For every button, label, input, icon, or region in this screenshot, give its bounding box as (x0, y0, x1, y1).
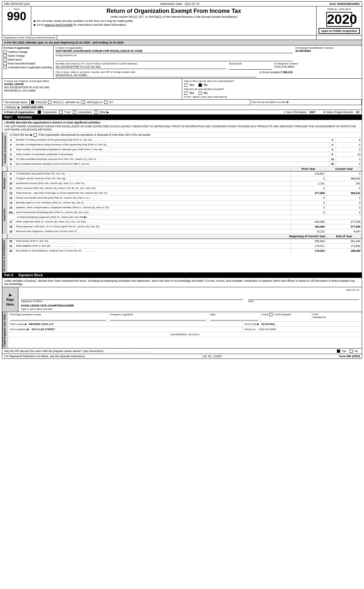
line10-row: 10 Investment income (Part VIII, column … (7, 181, 362, 186)
line9-cur: 385,834 (326, 176, 362, 181)
firm-ein-value: 39-0974031 (261, 323, 275, 326)
k-association-opt: Association (73, 111, 92, 114)
line9-prior: 0 (291, 176, 326, 181)
line19-prior: 73,212 (291, 229, 326, 234)
principal-city: WAKEFIELD, MA 01880 (4, 89, 180, 92)
firm-phone-value: (703) 519-0990 (258, 328, 276, 331)
k-other-label: Other ▶ (99, 111, 109, 114)
m-label: M State of legal domicile: (323, 111, 354, 114)
line2-row: 2 Check this box ▶ if the organization d… (7, 133, 362, 138)
phone-value: (781) 876-8833 (274, 65, 360, 68)
k-association-label: Association (78, 111, 92, 114)
line14-cur: 0 (326, 201, 362, 205)
initial-return-checkbox[interactable] (4, 58, 7, 61)
line17-prior: 404,596 (291, 220, 326, 224)
net-assets-col-header: Beginning of Current Year End of Year (2, 234, 362, 239)
room-suite-value (229, 65, 272, 70)
line19-cur: 8,947 (326, 229, 362, 234)
haa-yes-checkbox[interactable] (184, 83, 187, 87)
org-section: B Check if applicable: Address change Na… (2, 45, 362, 79)
preparer-date-col: Date (208, 312, 261, 321)
k-association-checkbox[interactable] (73, 111, 76, 114)
line22-row: 22 Net assets or fund balances. Subtract… (7, 249, 362, 253)
line16a-desc: 16a Professional fundraising fees (Part … (15, 210, 291, 215)
footer-yes-checkbox[interactable] (337, 349, 340, 353)
hab-checkboxes: Yes No (184, 91, 360, 95)
line4-val: 6 (336, 142, 362, 147)
tax-501c3-checkbox[interactable] (31, 101, 34, 104)
tax-527-opt: 527 (104, 101, 113, 104)
line3-linenum: 3 (329, 138, 336, 142)
net-assets-section: Net Assets or Fund Balances 20 Total ass… (2, 239, 362, 273)
amended-return-checkbox[interactable] (4, 66, 7, 69)
preparer-name-field[interactable] (10, 316, 106, 320)
line22-prior: 179,533 (291, 249, 326, 253)
k-trust-checkbox[interactable] (59, 111, 63, 114)
preparer-date-field[interactable] (210, 316, 258, 320)
hc-col: H(c) Group exemption number ▶ (250, 100, 362, 105)
line12-desc: Total revenue—add lines 8 through 11 (mu… (15, 191, 291, 195)
gross-col: G Gross receipts $ 386,015 (259, 71, 360, 77)
footer-no-checkbox[interactable] (349, 349, 353, 353)
k-other-checkbox[interactable] (94, 111, 98, 114)
line12-num: 12 (7, 191, 15, 195)
tax-4947-checkbox[interactable] (82, 101, 85, 104)
gross-label: G Gross receipts $ 386,015 (259, 71, 360, 74)
firm-name-label: Firm's name ▶ (10, 323, 27, 326)
preparer-ptin-label: PTIN (312, 313, 360, 316)
line14-prior: 0 (291, 201, 326, 205)
efile-label: efile GRAPHIC print (4, 2, 30, 5)
sign-date-value: 2021-07-14 (346, 289, 359, 291)
col-spacer2 (7, 167, 291, 171)
phone-col: E Telephone number (781) 876-8833 (274, 62, 360, 70)
city-value: WAKEFIELD, MA 01880 (55, 74, 257, 77)
line12-row: 12 Total revenue—add lines 8 through 11 … (7, 191, 362, 195)
room-suite-label: Room/suite (229, 62, 272, 65)
line17-num: 17 (7, 220, 15, 224)
line7a-val: 0 (336, 157, 362, 162)
phone-label: E Telephone number (274, 62, 360, 65)
line7b-linenum: 7b (329, 162, 336, 166)
footer-yes-row: Yes (337, 349, 346, 353)
footer-text: May the IRS discuss this return with the… (4, 349, 336, 353)
line2-checkbox[interactable] (34, 133, 37, 137)
line15-prior: 0 (291, 205, 326, 210)
line3-desc: Number of voting members of the governin… (15, 138, 329, 142)
line4-num: 4 (7, 142, 15, 147)
sign-date-line[interactable] (248, 292, 359, 300)
tax-527-checkbox[interactable] (104, 101, 107, 104)
line13-num: 13 (7, 196, 15, 200)
final-return-checkbox[interactable] (4, 62, 7, 65)
line12-prior: 477,808 (291, 191, 326, 195)
address-change-checkbox[interactable] (4, 50, 7, 54)
k-corporation-checkbox[interactable] (38, 111, 41, 114)
page: efile GRAPHIC print Submission Date - 20… (0, 0, 364, 360)
tax-501c-checkbox[interactable] (48, 101, 51, 104)
hab-ifno: If "No," attach a list. (see instruction… (184, 95, 360, 98)
tax-501c3-label: 501(c)(3) (36, 101, 47, 104)
dept-row: Department of the Treasury Internal Reve… (2, 35, 362, 40)
hab-yes-checkbox[interactable] (184, 92, 187, 95)
sign-here-label: ▶ SignHere (2, 287, 18, 312)
line15-cur: 0 (326, 205, 362, 210)
m-value: DC (356, 111, 360, 114)
signature-line[interactable] (21, 292, 243, 300)
hab-no-checkbox[interactable] (199, 92, 202, 95)
tax-checkboxes: 501(c)(3) 501(c) ( ) ◄(insert no.) 4947(… (30, 100, 250, 105)
signature-line-col: Signature of officer (21, 292, 243, 303)
preparer-row2: Firm's name ▶ WEGNER CPAS LLP Firm's EIN… (8, 322, 362, 327)
dept-right (317, 35, 362, 40)
dln-number: DLN: 93493196016061 (330, 2, 360, 5)
line13-desc: Grants and similar amounts paid (Part IX… (15, 196, 291, 200)
footer-discuss-row: May the IRS discuss this return with the… (2, 348, 362, 354)
net-end-header: End of Year (326, 234, 362, 239)
line14-desc: Benefits paid to or for members (Part IX… (15, 201, 291, 205)
form-990-label: 990 (5, 11, 28, 22)
net-assets-rows: 20 Total assets (Part X, line 16) . . . … (7, 239, 362, 273)
name-change-checkbox[interactable] (4, 54, 7, 57)
haa-no-checkbox[interactable] (199, 83, 202, 87)
preparer-sig-field[interactable] (110, 316, 206, 320)
k-row: K Form of organization: Corporation Trus… (2, 110, 362, 115)
line21-prior: 176,071 (291, 244, 326, 248)
preparer-self-checkbox[interactable] (269, 313, 272, 316)
